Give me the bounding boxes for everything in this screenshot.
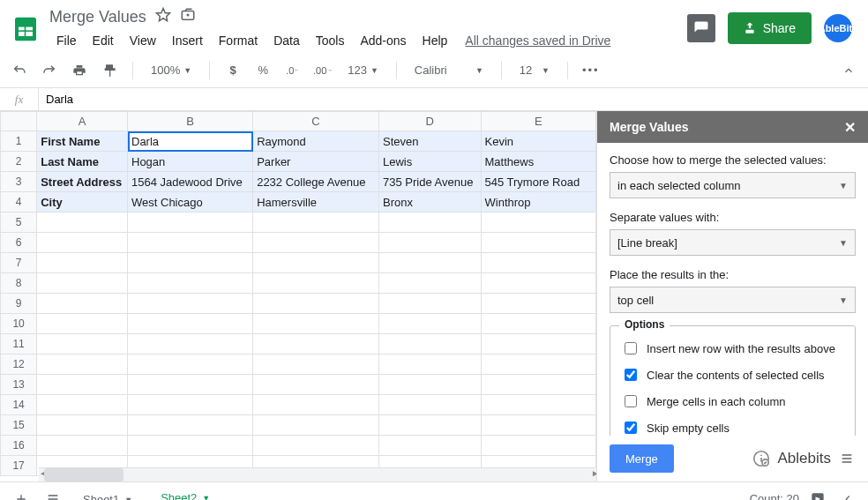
row-header[interactable]: 4: [1, 192, 37, 213]
row-header[interactable]: 2: [1, 152, 37, 172]
cell[interactable]: City: [37, 192, 128, 213]
menu-help[interactable]: Help: [415, 30, 455, 51]
cell[interactable]: Hamersville: [253, 192, 379, 213]
move-icon[interactable]: [180, 7, 196, 26]
row-header[interactable]: 8: [1, 273, 37, 294]
cell[interactable]: Darla: [128, 131, 253, 152]
cell[interactable]: First Name: [37, 131, 128, 152]
cell[interactable]: Last Name: [37, 152, 128, 172]
col-header-E[interactable]: E: [481, 112, 596, 131]
row-header[interactable]: 14: [1, 395, 37, 415]
row-header[interactable]: 16: [1, 436, 37, 456]
sheets-logo-icon[interactable]: [9, 7, 42, 51]
cell[interactable]: Parker: [253, 152, 379, 172]
menu-addons[interactable]: Add-ons: [353, 30, 413, 51]
opt-merge-cells-label: Merge cells in each column: [647, 395, 786, 408]
currency-icon[interactable]: $: [222, 60, 243, 81]
row-header[interactable]: 5: [1, 213, 37, 233]
row-header[interactable]: 6: [1, 233, 37, 253]
svg-rect-7: [745, 30, 753, 34]
row-header[interactable]: 17: [1, 456, 37, 476]
explore-icon[interactable]: [806, 488, 829, 501]
row-header[interactable]: 1: [1, 131, 37, 152]
zoom-selector[interactable]: 100%▼: [146, 63, 197, 77]
horizontal-scrollbar[interactable]: ◄ ►: [39, 467, 596, 481]
row-header[interactable]: 7: [1, 253, 37, 273]
col-header-A[interactable]: A: [37, 112, 128, 131]
share-button[interactable]: Share: [728, 12, 812, 44]
formula-input[interactable]: Darla: [39, 93, 73, 106]
col-header-B[interactable]: B: [128, 112, 253, 131]
decrease-decimal-icon[interactable]: .0←: [282, 60, 303, 81]
row-header[interactable]: 11: [1, 334, 37, 354]
sheet-tab-2[interactable]: Sheet2▼: [150, 483, 221, 501]
paint-format-icon[interactable]: [99, 60, 120, 81]
panel-label-separator: Separate values with:: [610, 211, 856, 224]
cell[interactable]: Raymond: [253, 131, 379, 152]
sheet-tab-1[interactable]: Sheet1▼: [72, 483, 143, 501]
more-formats-selector[interactable]: 123▼: [342, 63, 384, 77]
undo-icon[interactable]: [9, 60, 30, 81]
opt-insert-row-label: Insert new row with the results above: [647, 342, 835, 355]
font-selector[interactable]: Calibri▼: [409, 63, 489, 77]
cell[interactable]: Matthews: [481, 152, 596, 172]
cell[interactable]: 545 Trymore Road: [481, 172, 596, 192]
cell[interactable]: Hogan: [128, 152, 253, 172]
opt-clear-contents-checkbox[interactable]: [625, 369, 637, 381]
cell[interactable]: Winthrop: [481, 192, 596, 213]
print-icon[interactable]: [69, 60, 90, 81]
separator-selector[interactable]: [Line break]▼: [610, 229, 856, 256]
merge-button[interactable]: Merge: [610, 444, 674, 473]
more-tools-icon[interactable]: •••: [580, 60, 602, 81]
cell[interactable]: Bronx: [378, 192, 481, 213]
opt-merge-cells-checkbox[interactable]: [625, 395, 637, 407]
menu-format[interactable]: Format: [212, 30, 265, 51]
opt-insert-row-checkbox[interactable]: [625, 342, 637, 354]
row-header[interactable]: 15: [1, 415, 37, 436]
row-header[interactable]: 10: [1, 314, 37, 334]
menu-data[interactable]: Data: [266, 30, 307, 51]
menu-view[interactable]: View: [123, 30, 163, 51]
collapse-toolbar-icon[interactable]: [838, 60, 859, 81]
cell[interactable]: West Chicago: [128, 192, 253, 213]
doc-name[interactable]: Merge Values: [49, 8, 146, 26]
cell[interactable]: 1564 Jadewood Drive: [128, 172, 253, 192]
select-all-corner[interactable]: [1, 112, 37, 131]
spreadsheet-grid[interactable]: A B C D E 1 First Name Darla Raymond Ste…: [0, 111, 596, 481]
cell[interactable]: 2232 College Avenue: [253, 172, 379, 192]
redo-icon[interactable]: [39, 60, 60, 81]
opt-skip-empty-checkbox[interactable]: [625, 422, 637, 434]
cell[interactable]: 735 Pride Avenue: [378, 172, 481, 192]
cell[interactable]: Lewis: [378, 152, 481, 172]
avatar[interactable]: AbleBits: [824, 14, 852, 42]
row-header[interactable]: 13: [1, 375, 37, 395]
hamburger-icon[interactable]: [838, 450, 856, 467]
menu-insert[interactable]: Insert: [165, 30, 210, 51]
place-results-selector[interactable]: top cell▼: [610, 287, 856, 313]
merge-how-selector[interactable]: in each selected column▼: [610, 172, 856, 198]
info-icon[interactable]: [752, 449, 771, 468]
menu-tools[interactable]: Tools: [309, 30, 352, 51]
comments-icon[interactable]: [687, 14, 715, 42]
sidebar-collapse-icon[interactable]: [836, 488, 859, 501]
menu-bar: File Edit View Insert Format Data Tools …: [49, 28, 687, 53]
options-group: Options Insert new row with the results …: [610, 325, 856, 436]
font-size-selector[interactable]: 12▼: [514, 63, 555, 77]
col-header-D[interactable]: D: [378, 112, 481, 131]
row-header[interactable]: 12: [1, 354, 37, 375]
menu-edit[interactable]: Edit: [86, 30, 121, 51]
close-icon[interactable]: ✕: [844, 119, 856, 136]
save-status[interactable]: All changes saved in Drive: [465, 34, 610, 48]
row-header[interactable]: 3: [1, 172, 37, 192]
all-sheets-icon[interactable]: [41, 487, 65, 501]
add-sheet-icon[interactable]: [9, 487, 34, 501]
row-header[interactable]: 9: [1, 294, 37, 314]
cell[interactable]: Steven: [378, 131, 481, 152]
increase-decimal-icon[interactable]: .00→: [312, 60, 333, 81]
percent-icon[interactable]: %: [252, 60, 273, 81]
cell[interactable]: Street Address: [37, 172, 128, 192]
col-header-C[interactable]: C: [253, 112, 379, 131]
star-icon[interactable]: [155, 7, 171, 26]
cell[interactable]: Kevin: [481, 131, 596, 152]
menu-file[interactable]: File: [49, 30, 84, 51]
